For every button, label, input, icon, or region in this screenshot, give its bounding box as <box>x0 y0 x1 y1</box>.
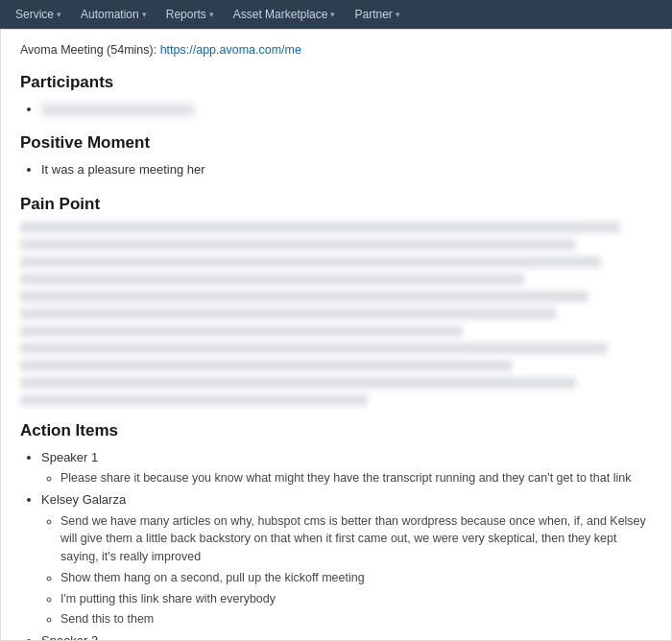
chevron-down-icon: ▾ <box>396 10 400 19</box>
nav-reports[interactable]: Reports ▾ <box>158 4 222 25</box>
blur-row <box>20 222 620 233</box>
nav-service[interactable]: Service ▾ <box>8 4 69 25</box>
participants-section: Participants <box>20 73 652 119</box>
pain-point-content <box>20 222 652 406</box>
chevron-down-icon: ▾ <box>57 10 61 19</box>
list-item: Send we have many articles on why, hubsp… <box>60 512 652 566</box>
nav-automation[interactable]: Automation ▾ <box>73 4 155 25</box>
pain-point-section: Pain Point <box>20 195 652 406</box>
list-item: Send this to them <box>60 610 652 629</box>
list-item: Kelsey Galarza Send we have many article… <box>41 490 652 629</box>
list-item: I'm putting this link share with everybo… <box>60 590 652 608</box>
action-items-section: Action Items Speaker 1 Please share it b… <box>20 421 652 640</box>
kelsey-sub-list: Send we have many articles on why, hubsp… <box>41 512 652 629</box>
blur-row <box>20 343 608 354</box>
pain-point-title: Pain Point <box>20 195 652 214</box>
list-item: Speaker 1 Please share it because you kn… <box>41 448 652 487</box>
blur-row <box>20 377 576 389</box>
participants-list <box>20 100 652 119</box>
list-item: Show them hang on a second, pull up the … <box>60 569 652 587</box>
blurred-participant <box>41 104 195 116</box>
list-item: Speaker 3 Hear more about the so and we'… <box>41 631 652 640</box>
chevron-down-icon: ▾ <box>209 10 214 19</box>
speaker-sub-list: Please share it because you know what mi… <box>41 469 652 487</box>
blur-row <box>20 273 525 285</box>
positive-moment-title: Positive Moment <box>20 133 652 153</box>
blur-row <box>20 291 588 302</box>
list-item: It was a pleasure meeting her <box>41 160 652 179</box>
navbar: Service ▾ Automation ▾ Reports ▾ Asset M… <box>0 0 672 29</box>
content-area[interactable]: Avoma Meeting (54mins): https://app.avom… <box>1 30 671 640</box>
blur-row <box>20 394 368 406</box>
main-wrapper: Avoma Meeting (54mins): https://app.avom… <box>0 29 672 641</box>
blur-row <box>20 325 463 337</box>
action-items-title: Action Items <box>20 421 652 440</box>
chevron-down-icon: ▾ <box>330 10 335 19</box>
blur-row <box>20 308 557 320</box>
nav-partner[interactable]: Partner ▾ <box>347 4 407 25</box>
list-item: Please share it because you know what mi… <box>60 469 652 487</box>
meeting-link[interactable]: https://app.avoma.com/me <box>160 43 301 57</box>
positive-moment-section: Positive Moment It was a pleasure meetin… <box>20 133 652 179</box>
blur-row <box>20 256 601 268</box>
blur-row <box>20 360 513 371</box>
participants-title: Participants <box>20 73 652 92</box>
meeting-header: Avoma Meeting (54mins): https://app.avom… <box>20 41 652 59</box>
chevron-down-icon: ▾ <box>142 10 147 19</box>
action-items-list: Speaker 1 Please share it because you kn… <box>20 448 652 640</box>
blur-row <box>20 239 576 250</box>
nav-asset-marketplace[interactable]: Asset Marketplace ▾ <box>226 4 344 25</box>
list-item <box>41 100 652 119</box>
positive-moment-list: It was a pleasure meeting her <box>20 160 652 179</box>
